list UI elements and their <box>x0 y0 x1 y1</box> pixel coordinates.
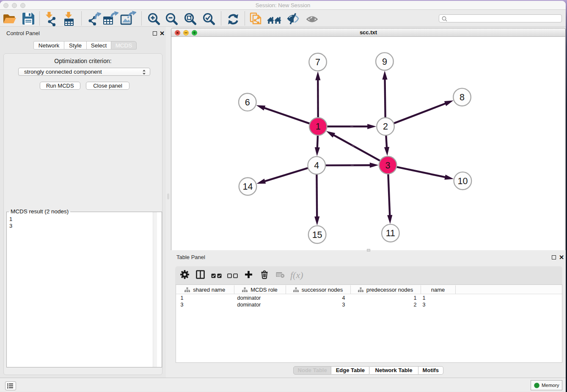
svg-text:15: 15 <box>312 229 322 240</box>
svg-text:10: 10 <box>457 176 468 186</box>
svg-text:7: 7 <box>315 57 320 67</box>
svg-text:4: 4 <box>314 160 319 171</box>
svg-text:6: 6 <box>245 97 250 107</box>
svg-text:3: 3 <box>385 160 391 170</box>
svg-text:11: 11 <box>386 228 395 238</box>
svg-text:9: 9 <box>382 56 387 66</box>
svg-text:1: 1 <box>316 121 321 132</box>
svg-text:14: 14 <box>243 182 253 192</box>
svg-text:2: 2 <box>383 121 388 132</box>
svg-text:8: 8 <box>460 92 465 102</box>
